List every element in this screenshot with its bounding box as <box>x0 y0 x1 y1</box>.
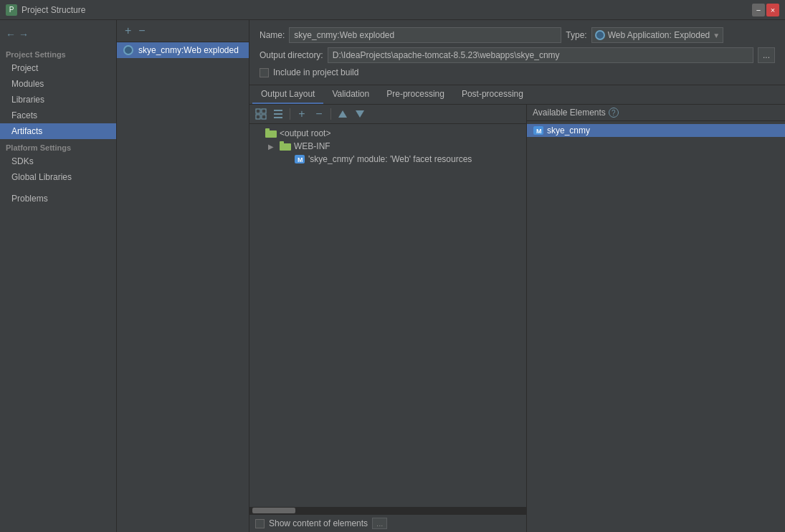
add-artifact-button[interactable]: + <box>123 24 133 37</box>
elements-help-icon[interactable]: ? <box>609 108 619 118</box>
name-label: Name: <box>260 30 285 40</box>
svg-text:M: M <box>536 128 542 135</box>
tab-output-layout[interactable]: Output Layout <box>252 85 323 104</box>
type-value: Web Application: Exploded <box>608 30 710 40</box>
output-root-icon <box>265 128 277 138</box>
svg-marker-8 <box>356 110 364 118</box>
tab-validation[interactable]: Validation <box>323 85 378 104</box>
tabs-bar: Output Layout Validation Pre-processing … <box>249 85 785 105</box>
type-label: Type: <box>566 30 586 40</box>
left-tree-pane: + − <box>249 105 527 532</box>
sidebar-item-sdks[interactable]: SDKs <box>0 153 116 169</box>
project-settings-header: Project Settings <box>0 46 116 60</box>
right-elements-pane: Available Elements ? M skye_cnmy <box>527 105 785 532</box>
show-content-checkbox[interactable] <box>255 519 265 528</box>
output-dir-input[interactable] <box>328 47 753 63</box>
title-bar-text: Project Structure <box>22 5 752 15</box>
title-bar-icon: P <box>6 4 17 16</box>
nav-back-arrow[interactable]: ← <box>6 29 16 40</box>
module-icon: M <box>533 125 544 136</box>
sidebar-item-problems[interactable]: Problems <box>0 191 116 206</box>
minimize-button[interactable]: − <box>752 4 765 16</box>
bottom-bar: Show content of elements ... <box>249 514 526 532</box>
name-input[interactable] <box>289 27 561 43</box>
tree-item-facet-resources[interactable]: M 'skye_cnmy' module: 'Web' facet resour… <box>249 153 526 166</box>
tab-pre-processing[interactable]: Pre-processing <box>378 85 453 104</box>
expand-icon: ▶ <box>268 143 277 151</box>
nav-forward-arrow[interactable]: → <box>19 29 29 40</box>
sidebar-item-project[interactable]: Project <box>0 60 116 76</box>
svg-rect-0 <box>256 109 260 113</box>
svg-rect-5 <box>274 113 282 115</box>
sidebar-item-artifacts[interactable]: Artifacts <box>0 123 116 139</box>
artifact-item-web-exploded[interactable]: skye_cnmy:Web exploded <box>117 42 249 58</box>
element-item-skye-cnmy[interactable]: M skye_cnmy <box>527 124 785 137</box>
tree-item-webinf[interactable]: ▶ WEB-INF <box>249 140 526 153</box>
sidebar-item-global-libraries[interactable]: Global Libraries <box>0 169 116 185</box>
svg-rect-3 <box>262 115 266 119</box>
show-content-ellipsis-button[interactable]: ... <box>372 518 387 529</box>
tree-item-output-root[interactable]: <output root> <box>249 127 526 140</box>
svg-rect-9 <box>265 130 277 138</box>
artifact-list-panel: + − skye_cnmy:Web exploded <box>117 20 249 532</box>
svg-rect-6 <box>274 117 282 118</box>
detail-panel: Name: Type: Web Application: Exploded ▼ … <box>249 20 785 532</box>
output-dir-label: Output directory: <box>260 50 323 60</box>
move-down-button[interactable] <box>353 107 367 121</box>
svg-rect-4 <box>274 110 282 111</box>
sidebar: ← → Project Settings Project Modules Lib… <box>0 20 117 532</box>
include-build-checkbox[interactable] <box>260 68 269 77</box>
grid-view-button[interactable] <box>254 107 268 121</box>
available-elements-title: Available Elements <box>533 108 606 118</box>
svg-rect-10 <box>265 128 270 131</box>
svg-marker-7 <box>338 110 347 118</box>
platform-settings-header: Platform Settings <box>0 139 116 153</box>
type-icon <box>595 30 605 40</box>
folder-icon <box>280 141 291 151</box>
svg-text:M: M <box>298 156 303 163</box>
close-button[interactable]: × <box>766 4 779 16</box>
remove-tree-button[interactable]: − <box>312 107 326 121</box>
show-content-label: Show content of elements <box>269 518 368 528</box>
list-view-button[interactable] <box>271 107 285 121</box>
type-dropdown-icon[interactable]: ▼ <box>713 32 720 39</box>
svg-rect-2 <box>256 115 260 119</box>
svg-rect-11 <box>280 143 291 151</box>
tab-post-processing[interactable]: Post-processing <box>453 85 532 104</box>
add-tree-button[interactable]: + <box>295 107 309 121</box>
sidebar-item-libraries[interactable]: Libraries <box>0 92 116 108</box>
svg-rect-1 <box>262 109 266 113</box>
browse-button[interactable]: ... <box>758 47 775 63</box>
remove-artifact-button[interactable]: − <box>136 24 147 37</box>
include-build-label: Include in project build <box>273 67 358 77</box>
title-bar: P Project Structure − × <box>0 0 785 20</box>
type-select[interactable]: Web Application: Exploded ▼ <box>591 27 723 43</box>
svg-rect-12 <box>280 141 284 144</box>
web-artifact-icon <box>123 45 134 55</box>
sidebar-item-facets[interactable]: Facets <box>0 108 116 123</box>
move-up-button[interactable] <box>336 107 350 121</box>
title-bar-controls: − × <box>752 4 779 16</box>
sidebar-item-modules[interactable]: Modules <box>0 76 116 92</box>
module-icon: M <box>294 154 305 164</box>
